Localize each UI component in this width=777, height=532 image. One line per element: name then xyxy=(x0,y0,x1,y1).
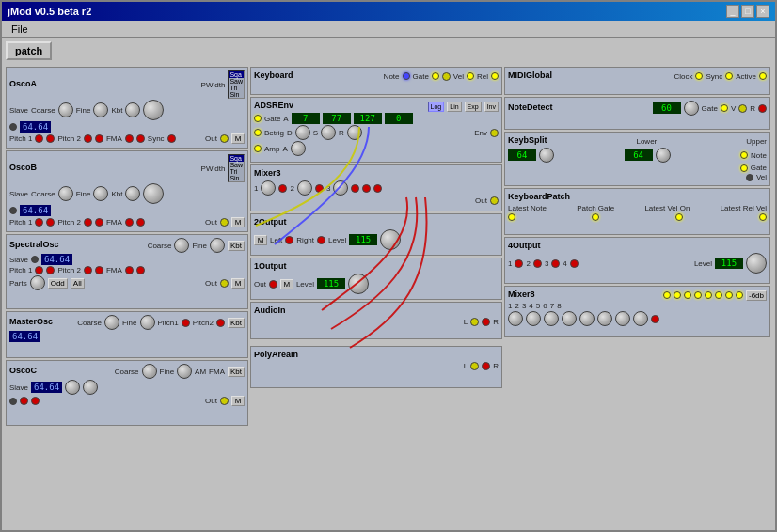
file-menu[interactable]: File xyxy=(6,23,34,36)
odd-btn-s[interactable]: Odd xyxy=(48,278,68,289)
fma-port-a[interactable] xyxy=(125,134,134,143)
poly-area-l-port[interactable] xyxy=(470,362,479,370)
parts-knob-s[interactable] xyxy=(30,275,45,290)
vel-led-ks[interactable] xyxy=(746,174,753,181)
mixer3-in-2[interactable] xyxy=(315,184,324,193)
output4-level-knob[interactable] xyxy=(746,253,767,274)
pitch2-port2-b[interactable] xyxy=(95,218,103,227)
v-port-nd[interactable] xyxy=(738,104,747,113)
gate-led-nd[interactable] xyxy=(721,104,728,112)
fine-knob-b[interactable] xyxy=(93,186,108,201)
gate-led-kb[interactable] xyxy=(432,72,439,80)
audio-in-l-port[interactable] xyxy=(470,318,479,326)
mixer3-in-4[interactable] xyxy=(362,184,371,193)
vel-led-kb[interactable] xyxy=(467,72,474,80)
output2-right-port[interactable] xyxy=(317,236,325,244)
fma-port2-a[interactable] xyxy=(136,134,145,143)
am-knob-c[interactable] xyxy=(65,380,80,395)
log-btn[interactable]: Log xyxy=(428,102,445,112)
pitch2-port-s[interactable] xyxy=(84,266,92,274)
wave-sqa-a[interactable]: Sqa xyxy=(229,71,244,78)
lin-btn[interactable]: Lin xyxy=(447,102,461,112)
mixer8-knob-6[interactable] xyxy=(597,311,612,326)
mixer8-knob-1[interactable] xyxy=(508,311,523,326)
output1-level-knob[interactable] xyxy=(348,274,369,294)
fine-knob-m[interactable] xyxy=(140,315,155,330)
latest-note-led[interactable] xyxy=(508,213,515,221)
sync-port-a[interactable] xyxy=(167,134,176,143)
slave-led-a[interactable] xyxy=(9,123,17,131)
coarse-knob-c[interactable] xyxy=(142,364,157,379)
kbt-btn-c[interactable]: Kbt xyxy=(228,367,245,377)
exp-btn[interactable]: Exp xyxy=(465,102,482,112)
wave-saw-a[interactable]: Saw xyxy=(229,78,244,85)
out-port-s[interactable] xyxy=(220,279,229,288)
output4-port-1[interactable] xyxy=(515,259,523,268)
fma-port2-s[interactable] xyxy=(136,266,145,274)
patch-gate-led[interactable] xyxy=(592,213,599,221)
mixer8-knob-2[interactable] xyxy=(526,311,541,326)
mixer8-db-btn[interactable]: -6db xyxy=(746,290,767,301)
mixer3-in-5[interactable] xyxy=(373,184,382,193)
mixer3-knob-1[interactable] xyxy=(261,180,276,196)
mixer3-in-1[interactable] xyxy=(278,184,287,193)
fma-port-s[interactable] xyxy=(125,266,134,274)
slave-led-s[interactable] xyxy=(31,256,39,263)
pitch1-port2-b[interactable] xyxy=(46,218,55,227)
mixer8-led-6[interactable] xyxy=(715,291,722,299)
mixer3-knob-2[interactable] xyxy=(297,180,312,196)
m-btn-s[interactable]: M xyxy=(231,278,245,289)
wave-tri-b[interactable]: Tri xyxy=(229,168,244,175)
pitch1-port2-s[interactable] xyxy=(46,266,55,274)
gate-led-adsr[interactable] xyxy=(254,115,262,122)
pitch2-port-a[interactable] xyxy=(84,134,92,143)
note-led-kb[interactable] xyxy=(403,72,410,80)
wave-saw-b[interactable]: Saw xyxy=(229,162,244,168)
mixer8-led-2[interactable] xyxy=(674,291,681,299)
m-btn-a[interactable]: M xyxy=(231,133,245,144)
pitch2-port-m[interactable] xyxy=(216,319,225,327)
wave-sin-b[interactable]: Sin xyxy=(229,175,244,181)
rel-led-kb[interactable] xyxy=(491,72,499,80)
kbt-btn-s[interactable]: Kbt xyxy=(228,241,245,251)
pitch1-port-a[interactable] xyxy=(35,134,43,143)
slave-led-b[interactable] xyxy=(9,207,17,214)
latest-vel-led[interactable] xyxy=(675,213,683,221)
note-detect-knob[interactable] xyxy=(684,101,699,116)
wave-tri-a[interactable]: Tri xyxy=(229,85,244,91)
coarse-knob-m[interactable] xyxy=(104,315,119,330)
latest-rel-led[interactable] xyxy=(759,213,767,221)
mixer8-knob-3[interactable] xyxy=(544,311,559,326)
minimize-button[interactable]: _ xyxy=(726,5,739,18)
wave-sqa-b[interactable]: Sqa xyxy=(229,155,244,162)
mixer8-led-4[interactable] xyxy=(694,291,702,299)
pitch2-port2-a[interactable] xyxy=(95,134,103,143)
gate-port-kb[interactable] xyxy=(442,72,451,81)
mixer8-led-1[interactable] xyxy=(663,291,671,299)
kbt-knob-a[interactable] xyxy=(125,102,140,117)
clock-led[interactable] xyxy=(695,72,703,80)
pitch1-port-b[interactable] xyxy=(35,218,43,227)
output2-left-port[interactable] xyxy=(285,236,293,244)
s-knob-adsr[interactable] xyxy=(321,125,336,140)
pwidth-knob-a[interactable] xyxy=(143,100,164,120)
fma-port-c[interactable] xyxy=(31,397,40,405)
mixer8-knob-4[interactable] xyxy=(562,311,577,326)
keyb-split-knob2[interactable] xyxy=(656,148,671,163)
maximize-button[interactable]: □ xyxy=(741,5,754,18)
mixer8-out-port[interactable] xyxy=(651,315,659,323)
note-led-ks[interactable] xyxy=(740,151,748,159)
wave-sin-a[interactable]: Sin xyxy=(229,91,244,98)
patch-button[interactable]: patch xyxy=(6,41,52,60)
output2-m-btn[interactable]: M xyxy=(254,235,267,245)
m-btn-c[interactable]: M xyxy=(231,396,245,406)
pitch1-port-m[interactable] xyxy=(182,319,190,327)
coarse-knob-b[interactable] xyxy=(58,186,73,201)
mixer8-knob-7[interactable] xyxy=(615,311,630,326)
fine-knob-a[interactable] xyxy=(93,102,108,117)
mixer3-out-port[interactable] xyxy=(490,196,499,205)
fma-port-b[interactable] xyxy=(125,218,134,227)
mixer8-led-5[interactable] xyxy=(705,291,712,299)
output2-level-knob[interactable] xyxy=(380,229,401,250)
mixer8-knob-8[interactable] xyxy=(633,311,648,326)
